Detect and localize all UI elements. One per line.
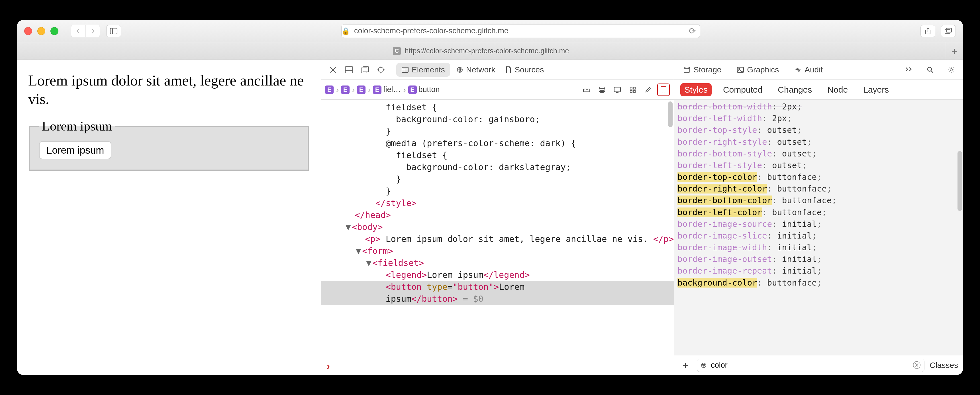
dock-side-icon[interactable] bbox=[358, 63, 372, 76]
tab-elements[interactable]: Elements bbox=[396, 63, 450, 76]
minimize-window-button[interactable] bbox=[37, 27, 45, 35]
address-bar-text: color-scheme-prefers-color-scheme.glitch… bbox=[354, 27, 509, 35]
styles-sub-tabs: Styles Computed Changes Node Layers bbox=[674, 80, 963, 100]
disclosure-triangle-icon[interactable]: ▼ bbox=[344, 221, 352, 233]
svg-rect-4 bbox=[945, 29, 950, 33]
breadcrumb-item[interactable]: Efiel… bbox=[373, 85, 401, 94]
tab-audit-label: Audit bbox=[805, 65, 823, 74]
css-property-row[interactable]: border-image-slice: initial; bbox=[678, 230, 960, 242]
disclosure-triangle-icon[interactable]: ▼ bbox=[355, 245, 362, 257]
layout-panel-icon[interactable] bbox=[657, 83, 670, 96]
devtools-styles-pane: Storage Graphics Audit bbox=[674, 60, 963, 375]
browser-tab[interactable]: C https://color-scheme-prefers-color-sch… bbox=[17, 42, 945, 60]
svg-rect-11 bbox=[363, 67, 369, 72]
svg-rect-33 bbox=[633, 90, 635, 92]
share-button[interactable] bbox=[920, 25, 935, 37]
grid-icon[interactable] bbox=[627, 83, 639, 96]
tab-audit[interactable]: Audit bbox=[790, 63, 827, 76]
svg-point-39 bbox=[928, 67, 932, 71]
devtools-toolbar: Elements Network Sources bbox=[321, 60, 674, 80]
tab-graphics[interactable]: Graphics bbox=[733, 63, 783, 76]
css-property-row[interactable]: border-bottom-width: 2px; bbox=[678, 101, 960, 113]
clear-filter-icon[interactable]: ⓧ bbox=[913, 360, 921, 371]
devtools-elements-pane: Elements Network Sources E › E › E › bbox=[321, 60, 674, 375]
subtab-node[interactable]: Node bbox=[823, 83, 852, 96]
scrollbar[interactable] bbox=[668, 102, 673, 127]
print-styles-icon[interactable] bbox=[596, 83, 608, 96]
css-property-row[interactable]: border-image-width: initial; bbox=[678, 242, 960, 253]
svg-rect-30 bbox=[630, 87, 632, 89]
svg-line-40 bbox=[931, 71, 933, 73]
css-property-row[interactable]: border-right-style: outset; bbox=[678, 136, 960, 148]
breadcrumb-item[interactable]: E bbox=[341, 86, 350, 94]
svg-rect-34 bbox=[661, 87, 666, 93]
css-property-row[interactable]: border-right-color: buttonface; bbox=[678, 183, 960, 195]
add-rule-button[interactable]: ＋ bbox=[679, 359, 692, 372]
subtab-styles[interactable]: Styles bbox=[680, 83, 712, 96]
css-property-row[interactable]: border-image-source: initial; bbox=[678, 218, 960, 230]
show-sidebar-button[interactable] bbox=[106, 25, 121, 37]
classes-toggle[interactable]: Classes bbox=[929, 361, 958, 370]
dock-bottom-icon[interactable] bbox=[342, 63, 356, 76]
breadcrumb-item[interactable]: Ebutton bbox=[408, 85, 440, 94]
styles-filter-field[interactable] bbox=[710, 360, 909, 370]
styles-filter-row: ＋ ⓧ Classes bbox=[674, 355, 963, 375]
browser-tab-bar: C https://color-scheme-prefers-color-sch… bbox=[17, 42, 963, 60]
overflow-tabs-icon[interactable] bbox=[902, 63, 916, 76]
reload-icon[interactable]: ⟳ bbox=[689, 26, 696, 36]
paintbrush-icon[interactable] bbox=[642, 83, 654, 96]
console-chevron-icon: › bbox=[327, 360, 330, 372]
css-property-row[interactable]: border-left-style: outset; bbox=[678, 159, 960, 171]
svg-rect-5 bbox=[947, 28, 951, 32]
breadcrumb-item[interactable]: E bbox=[325, 86, 334, 94]
subtab-computed[interactable]: Computed bbox=[719, 83, 766, 96]
css-property-row[interactable]: border-top-style: outset; bbox=[678, 124, 960, 136]
nav-back-button[interactable] bbox=[71, 25, 86, 37]
console-prompt-row[interactable]: › bbox=[321, 357, 674, 375]
new-tab-button[interactable]: ＋ bbox=[945, 42, 963, 60]
filter-icon bbox=[700, 362, 707, 368]
page-button[interactable]: Lorem ipsum bbox=[39, 141, 111, 159]
dom-tree[interactable]: fieldset { background-color: gainsboro; … bbox=[321, 100, 674, 357]
svg-point-36 bbox=[684, 67, 690, 68]
subtab-changes[interactable]: Changes bbox=[774, 83, 816, 96]
page-form: Lorem ipsum Lorem ipsum bbox=[28, 119, 309, 171]
gear-icon[interactable] bbox=[944, 63, 958, 76]
styles-filter-input[interactable]: ⓧ bbox=[697, 359, 924, 372]
css-property-row[interactable]: border-bottom-style: outset; bbox=[678, 148, 960, 159]
svg-point-41 bbox=[950, 68, 952, 71]
ruler-icon[interactable] bbox=[580, 83, 593, 96]
search-icon[interactable] bbox=[923, 63, 937, 76]
svg-rect-10 bbox=[361, 68, 367, 73]
tab-network[interactable]: Network bbox=[452, 63, 500, 76]
page-paragraph: Lorem ipsum dolor sit amet, legere ancil… bbox=[28, 71, 309, 108]
breadcrumb-item[interactable]: E bbox=[357, 86, 366, 94]
rendered-page: Lorem ipsum dolor sit amet, legere ancil… bbox=[17, 60, 321, 375]
zoom-window-button[interactable] bbox=[51, 27, 59, 35]
nav-forward-button[interactable] bbox=[86, 25, 100, 37]
device-icon[interactable] bbox=[611, 83, 624, 96]
css-property-row[interactable]: border-image-outset: initial; bbox=[678, 253, 960, 265]
nav-back-forward bbox=[71, 25, 100, 37]
css-property-row[interactable]: border-bottom-color: buttonface; bbox=[678, 195, 960, 206]
tab-storage[interactable]: Storage bbox=[679, 63, 725, 76]
close-devtools-button[interactable] bbox=[326, 63, 340, 76]
disclosure-triangle-icon[interactable]: ▼ bbox=[365, 257, 372, 269]
selected-node[interactable]: <button type="button">Lorem bbox=[321, 281, 674, 293]
tab-sources[interactable]: Sources bbox=[501, 63, 548, 76]
inspect-element-icon[interactable] bbox=[374, 63, 388, 76]
tab-graphics-label: Graphics bbox=[747, 65, 779, 74]
tab-network-label: Network bbox=[466, 65, 495, 74]
tab-favicon: C bbox=[393, 47, 401, 55]
css-property-row[interactable]: border-top-color: buttonface; bbox=[678, 171, 960, 183]
close-window-button[interactable] bbox=[24, 27, 32, 35]
subtab-layers[interactable]: Layers bbox=[859, 83, 893, 96]
css-property-row[interactable]: border-left-width: 2px; bbox=[678, 113, 960, 124]
css-properties-list[interactable]: border-bottom-width: 2px;border-left-wid… bbox=[674, 100, 963, 355]
css-property-row[interactable]: background-color: buttonface; bbox=[678, 277, 960, 289]
css-property-row[interactable]: border-image-repeat: initial; bbox=[678, 265, 960, 277]
scrollbar[interactable] bbox=[958, 151, 962, 211]
address-bar[interactable]: 🔒 color-scheme-prefers-color-scheme.glit… bbox=[341, 24, 700, 38]
show-all-tabs-button[interactable] bbox=[941, 25, 956, 37]
css-property-row[interactable]: border-left-color: buttonface; bbox=[678, 207, 960, 218]
